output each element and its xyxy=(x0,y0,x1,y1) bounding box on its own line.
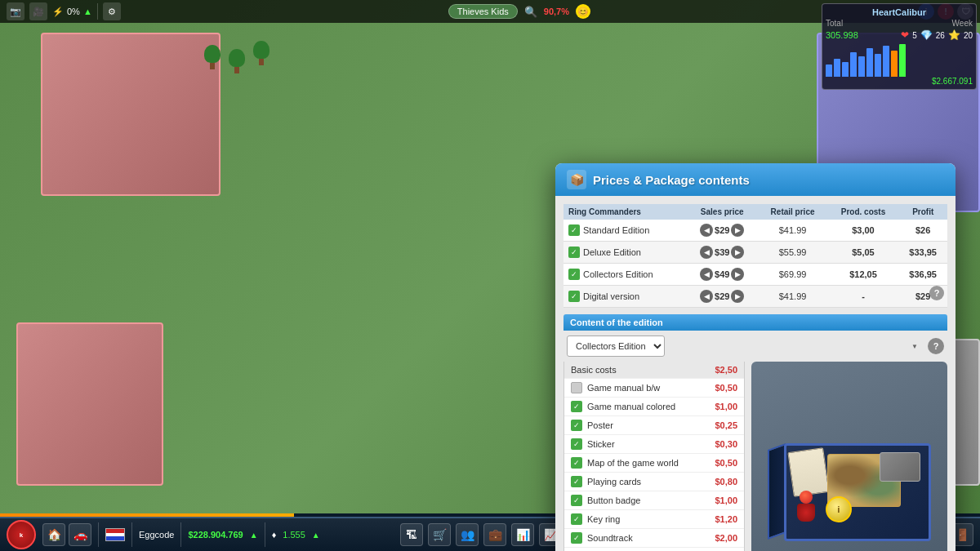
item-check-6[interactable]: ✓ xyxy=(571,495,582,506)
retail-0: $41.99 xyxy=(758,220,828,242)
box-bottom: i xyxy=(784,443,931,541)
search-icon[interactable]: 🔍 xyxy=(524,6,537,18)
fans-value: 1.555 xyxy=(283,530,305,540)
profit-1: $33,95 xyxy=(898,242,947,264)
dec-btn-2[interactable]: ◀ xyxy=(700,268,713,281)
list-item: ✓ Map of the game world $0,50 xyxy=(564,454,744,473)
hud-total-label: Total xyxy=(826,19,843,28)
edition-select-wrapper: Collectors Edition xyxy=(567,335,923,357)
package-panel: i ✓ xyxy=(751,362,947,551)
box-side xyxy=(768,443,786,540)
prod-cost-2: $12,05 xyxy=(828,264,899,286)
dec-btn-0[interactable]: ◀ xyxy=(700,224,713,237)
hud-title: HeartCalibur xyxy=(826,7,973,17)
list-item: ✓ Game manual colored $1,00 xyxy=(564,398,744,416)
band-info: Thieves Kids xyxy=(448,4,518,19)
hud-total-money: $2.667.091 xyxy=(826,77,973,86)
content-label: Content of the edition xyxy=(564,314,947,331)
bar-10 xyxy=(899,44,906,77)
list-item: ✓ Button badge $1,00 xyxy=(564,491,744,510)
dialog-header-icon: 📦 xyxy=(567,170,586,189)
item-cost-0: $0,50 xyxy=(715,383,737,393)
check-3: ✓ xyxy=(568,291,580,302)
dialog-container: 📦 Prices & Package contents ? Ring Comma… xyxy=(555,163,956,551)
list-item: ✓ Soundtrack $2,00 xyxy=(564,529,744,548)
screenshot-icon[interactable]: 📷 xyxy=(7,2,24,20)
content-help-button[interactable]: ? xyxy=(928,338,944,354)
profit-0: $26 xyxy=(898,220,947,242)
inc-btn-1[interactable]: ▶ xyxy=(731,246,744,259)
item-name-0: Game manual b/w xyxy=(587,383,715,393)
prod-cost-3: - xyxy=(828,286,899,308)
dec-btn-3[interactable]: ◀ xyxy=(700,290,713,303)
bar-5 xyxy=(858,56,865,77)
dialog-title: Prices & Package contents xyxy=(593,173,750,187)
dialog-body: ? Ring Commanders Sales price Retail pri… xyxy=(555,196,956,551)
manual-graphic xyxy=(787,447,829,497)
item-check-3[interactable]: ✓ xyxy=(571,438,582,450)
dialog-header: 📦 Prices & Package contents xyxy=(555,163,956,196)
figure-graphic xyxy=(795,491,817,527)
fans-icon: ♦ xyxy=(272,530,277,540)
tree-1 xyxy=(204,45,220,69)
list-item: ✓ Playing cards $0,80 xyxy=(564,473,744,491)
prod-cost-0: $3,00 xyxy=(828,220,899,242)
prices-table: Ring Commanders Sales price Retail price… xyxy=(564,204,947,308)
item-check-8[interactable]: ✓ xyxy=(571,532,582,544)
card-graphic xyxy=(880,452,920,482)
list-item: ✓ Poster $0,25 xyxy=(564,416,744,435)
prod-cost-1: $5,05 xyxy=(828,242,899,264)
edition-name-0: ✓ Standard Edition xyxy=(564,220,687,242)
inc-btn-3[interactable]: ▶ xyxy=(731,290,744,303)
col-profit: Profit xyxy=(898,204,947,220)
hud-icon-red: ❤ xyxy=(901,29,909,41)
list-item: ✓ Key ring $1,20 xyxy=(564,510,744,529)
item-check-7[interactable]: ✓ xyxy=(571,513,582,525)
edition-select[interactable]: Collectors Edition xyxy=(567,335,665,357)
bar-6 xyxy=(866,48,873,77)
help-button[interactable]: ? xyxy=(929,286,944,300)
package-box: i xyxy=(768,411,931,541)
flag-icon xyxy=(105,528,125,541)
col-prod-costs: Prod. costs xyxy=(828,204,899,220)
bar-3 xyxy=(842,62,849,77)
camera-icon[interactable]: 🎥 xyxy=(29,2,47,20)
inc-btn-0[interactable]: ▶ xyxy=(731,224,744,237)
edition-selector-row: Collectors Edition ? xyxy=(564,331,947,362)
inc-btn-2[interactable]: ▶ xyxy=(731,268,744,281)
shop-icon[interactable]: 🛒 xyxy=(428,523,451,546)
building-3 xyxy=(16,322,163,486)
bar-7 xyxy=(875,54,881,77)
money-arrow: ▲ xyxy=(250,531,258,540)
briefcase-icon[interactable]: 💼 xyxy=(483,523,506,546)
tree-3 xyxy=(253,41,270,65)
chart-icon[interactable]: 📊 xyxy=(511,523,534,546)
settings-icon[interactable]: ⚙ xyxy=(103,2,121,20)
bottom-icon-2[interactable]: 🚗 xyxy=(69,523,91,546)
list-item: Game manual b/w $0,50 xyxy=(564,379,744,398)
bottom-money: $228.904.769 xyxy=(188,530,243,540)
build-icon[interactable]: 🏗 xyxy=(400,523,423,546)
check-0: ✓ xyxy=(568,224,580,236)
hud-count-1: 5 xyxy=(912,31,917,40)
smiley-icon: 😊 xyxy=(576,4,590,19)
item-check-4[interactable]: ✓ xyxy=(571,457,582,469)
item-check-2[interactable]: ✓ xyxy=(571,420,582,431)
bar-8 xyxy=(883,46,889,77)
building-1 xyxy=(41,33,220,196)
item-check-5[interactable]: ✓ xyxy=(571,476,582,487)
item-check-0[interactable] xyxy=(571,382,582,393)
retail-3: $41.99 xyxy=(758,286,828,308)
energy-icon: ⚡ xyxy=(52,7,64,17)
hud-count-3: 20 xyxy=(964,31,973,40)
basic-costs-value: $2,50 xyxy=(715,365,737,375)
people-icon[interactable]: 👥 xyxy=(456,523,479,546)
dec-btn-1[interactable]: ◀ xyxy=(700,246,713,259)
item-check-1[interactable]: ✓ xyxy=(571,401,582,412)
content-section: Content of the edition Collectors Editio… xyxy=(564,314,947,551)
divider-bottom-4 xyxy=(265,522,265,547)
retail-1: $55.99 xyxy=(758,242,828,264)
basic-costs-row: Basic costs $2,50 xyxy=(564,362,744,379)
bottom-icon-1[interactable]: 🏠 xyxy=(42,523,65,546)
col-retail-price: Retail price xyxy=(758,204,828,220)
